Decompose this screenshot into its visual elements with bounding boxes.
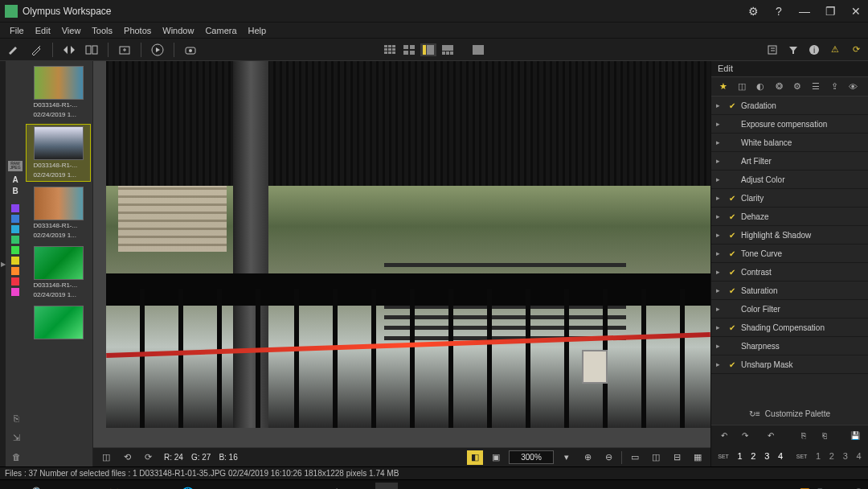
copy-file-icon[interactable]: ⎘	[10, 412, 23, 425]
fit-screen-icon[interactable]: ▣	[488, 450, 504, 465]
mail-app-icon[interactable]: ✉	[76, 483, 99, 490]
preset-b3[interactable]: 3	[841, 451, 850, 461]
crop-tab-icon[interactable]: ◫	[735, 80, 749, 94]
sort-icon[interactable]	[765, 43, 780, 57]
menu-file[interactable]: File	[5, 24, 29, 37]
export-tool-icon[interactable]	[116, 41, 133, 59]
app-icon-6[interactable]: ⬢	[326, 483, 348, 490]
edit-section-row[interactable]: ▸✔Highlight & Shadow	[711, 226, 868, 244]
split-h-icon[interactable]: ◫	[648, 450, 664, 465]
color-tag-swatch[interactable]	[11, 267, 19, 275]
highlight-warning-icon[interactable]: ◧	[467, 450, 483, 465]
ab-compare-icon[interactable]	[83, 41, 100, 59]
edit-section-row[interactable]: ▸Exposure compensation	[711, 115, 868, 134]
refresh-icon[interactable]: ⟳	[849, 43, 863, 57]
folder-panel-collapsed[interactable]: ▶	[0, 61, 6, 466]
search-icon[interactable]: 🔍	[27, 483, 49, 490]
edit-tool2-icon[interactable]	[27, 41, 45, 59]
app-icon-7[interactable]: ◉	[350, 483, 373, 490]
list-view-icon[interactable]	[401, 43, 417, 56]
edit-tool-icon[interactable]	[5, 41, 23, 59]
preset-b2[interactable]: 2	[827, 451, 836, 461]
play-button[interactable]	[149, 41, 166, 59]
color-tag-swatch[interactable]	[11, 288, 19, 296]
maximize-button[interactable]: ❐	[823, 4, 837, 18]
menu-view[interactable]: View	[57, 24, 86, 37]
edit-section-row[interactable]: ▸White balance	[711, 134, 868, 152]
redo-icon[interactable]: ↷	[737, 429, 753, 443]
edit-section-row[interactable]: ▸✔Gradation	[711, 97, 868, 115]
color-tag-swatch[interactable]	[11, 225, 19, 233]
edit-section-row[interactable]: ▸Color Filter	[711, 300, 868, 318]
app-icon-3[interactable]: ▦	[251, 483, 273, 490]
flag-tool-icon[interactable]	[60, 41, 78, 59]
edit-section-row[interactable]: ▸Art Filter	[711, 152, 868, 171]
close-button[interactable]: ✕	[849, 4, 863, 18]
split-grid-icon[interactable]: ▦	[690, 450, 706, 465]
thumbnail-item[interactable]: D033148-R1-...02/24/2019 1...	[26, 64, 91, 121]
customize-palette-button[interactable]: ↻≡ Customize Palette	[711, 402, 868, 425]
section-checkbox[interactable]	[727, 342, 736, 351]
thumbnail-item[interactable]: D033148-R1-...02/24/2019 1...	[26, 185, 91, 241]
preset-3[interactable]: 3	[763, 451, 772, 461]
favorites-tab-icon[interactable]: ★	[716, 80, 731, 94]
section-checkbox[interactable]	[727, 120, 736, 129]
label-b[interactable]: B	[12, 187, 18, 196]
split-v-icon[interactable]: ⊟	[669, 450, 685, 465]
section-checkbox[interactable]	[727, 175, 736, 184]
section-checkbox[interactable]: ✔	[727, 360, 736, 369]
edit-section-row[interactable]: ▸✔Contrast	[711, 263, 868, 281]
paste-settings-icon[interactable]: ⎗	[817, 429, 833, 443]
menu-photos[interactable]: Photos	[119, 24, 156, 37]
task-view-icon[interactable]: ⧉	[51, 483, 74, 490]
preset-b4[interactable]: 4	[854, 451, 863, 461]
eye-tab-icon[interactable]: 👁	[845, 80, 860, 94]
history-back-icon[interactable]: ↶	[763, 429, 779, 443]
menu-help[interactable]: Help	[244, 24, 272, 37]
split-none-icon[interactable]: ▭	[627, 450, 643, 465]
section-checkbox[interactable]	[727, 157, 736, 166]
undo-icon[interactable]: ↶	[716, 429, 732, 443]
camera-connect-icon[interactable]	[182, 41, 199, 59]
edit-section-row[interactable]: ▸Adjust Color	[711, 171, 868, 189]
menu-edit[interactable]: Edit	[31, 24, 55, 37]
menu-tools[interactable]: Tools	[87, 24, 117, 37]
menu-window[interactable]: Window	[158, 24, 199, 37]
edit-section-row[interactable]: ▸✔Saturation	[711, 281, 868, 300]
section-checkbox[interactable]	[727, 305, 736, 314]
section-checkbox[interactable]: ✔	[727, 249, 736, 258]
art-tab-icon[interactable]: ❂	[772, 80, 786, 94]
edit-section-row[interactable]: ▸✔Shading Compensation	[711, 318, 868, 337]
zoom-in-icon[interactable]: ⊕	[579, 450, 596, 465]
edge-icon[interactable]: e	[151, 483, 174, 490]
start-button[interactable]: ⊞	[2, 483, 24, 490]
preset-4[interactable]: 4	[776, 451, 785, 461]
edit-section-row[interactable]: ▸✔Dehaze	[711, 208, 868, 226]
preset-2[interactable]: 2	[749, 451, 758, 461]
edit-section-row[interactable]: ▸Sharpness	[711, 337, 868, 355]
thumbnail-item[interactable]	[26, 304, 91, 341]
preset-b1[interactable]: 1	[814, 451, 823, 461]
preset-1[interactable]: 1	[735, 451, 744, 461]
grid-view-icon[interactable]	[382, 43, 398, 56]
section-checkbox[interactable]: ✔	[727, 212, 736, 221]
app-icon-5[interactable]: ♪	[301, 483, 323, 490]
section-checkbox[interactable]: ✔	[727, 268, 736, 277]
edit-section-row[interactable]: ▸✔Unsharp Mask	[711, 355, 868, 374]
thumbnail-item[interactable]: D033148-R1-...02/24/2019 1...	[26, 124, 91, 182]
color-tag-swatch[interactable]	[11, 204, 19, 212]
edit-section-row[interactable]: ▸✔Tone Curve	[711, 244, 868, 263]
color-tag-swatch[interactable]	[11, 257, 19, 265]
delete-file-icon[interactable]: 🗑	[10, 450, 23, 463]
chrome-icon[interactable]: 🌐	[176, 483, 199, 490]
color-tag-swatch[interactable]	[11, 246, 19, 254]
sliders-tab-icon[interactable]: ☰	[809, 80, 823, 94]
section-checkbox[interactable]: ✔	[727, 231, 736, 240]
app-icon-4[interactable]: ◎	[276, 483, 298, 490]
color-tag-swatch[interactable]	[11, 277, 19, 286]
help-icon[interactable]: ?	[772, 4, 786, 18]
color-tab-icon[interactable]: ◐	[753, 80, 768, 94]
single-view-icon[interactable]	[470, 43, 486, 56]
warning-icon[interactable]: ⚠	[828, 43, 842, 57]
gears-tab-icon[interactable]: ⚙	[790, 80, 805, 94]
